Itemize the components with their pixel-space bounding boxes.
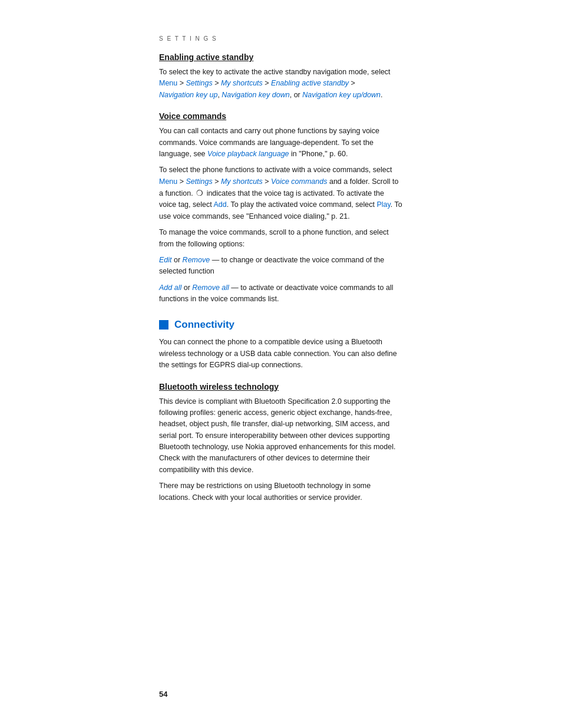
link-voice-playback[interactable]: Voice playback language [207,150,289,158]
bluetooth-para1: This device is compliant with Bluetooth … [159,396,403,476]
voice-option1: Edit or Remove — to change or deactivate… [159,255,403,278]
link-menu-2[interactable]: Menu [159,177,177,186]
link-myshortcuts-1[interactable]: My shortcuts [221,79,263,87]
link-remove-all[interactable]: Remove all [192,284,229,292]
bluetooth-para2: There may be restrictions on using Bluet… [159,480,403,503]
page-number: 54 [159,690,167,699]
link-add-all[interactable]: Add all [159,284,181,292]
enabling-active-standby-body: To select the key to activate the active… [159,67,403,101]
link-voice-commands-link[interactable]: Voice commands [271,177,327,186]
link-nav-key-up[interactable]: Navigation key up [159,91,217,99]
link-nav-key-updown[interactable]: Navigation key up/down [302,91,381,99]
section-label: S e t t i n g s [159,35,403,42]
connectivity-title: Connectivity [174,319,234,331]
connectivity-icon [159,320,168,330]
voice-commands-para2: To select the phone functions to activat… [159,164,403,222]
link-nav-key-down[interactable]: Navigation key down [222,91,289,99]
link-myshortcuts-2[interactable]: My shortcuts [221,177,263,186]
link-remove[interactable]: Remove [183,256,210,264]
link-settings-2[interactable]: Settings [186,177,213,186]
page-container: S e t t i n g s Enabling active standby … [0,0,562,728]
enabling-active-standby-heading: Enabling active standby [159,52,403,62]
voice-commands-para1: You can call contacts and carry out phon… [159,126,403,160]
link-enabling-active[interactable]: Enabling active standby [271,79,349,87]
link-add[interactable]: Add [213,200,226,209]
link-edit[interactable]: Edit [159,256,172,264]
voice-commands-para3: To manage the voice commands, scroll to … [159,227,403,250]
bluetooth-heading: Bluetooth wireless technology [159,382,403,391]
connectivity-section-header: Connectivity [159,319,403,331]
connectivity-body: You can connect the phone to a compatibl… [159,337,403,371]
link-menu-1[interactable]: Menu [159,79,177,87]
voice-option2: Add all or Remove all — to activate or d… [159,282,403,305]
voice-commands-heading: Voice commands [159,111,403,121]
link-play[interactable]: Play [376,200,390,209]
link-settings-1[interactable]: Settings [186,79,213,87]
voice-icon: ❍ [196,187,203,199]
